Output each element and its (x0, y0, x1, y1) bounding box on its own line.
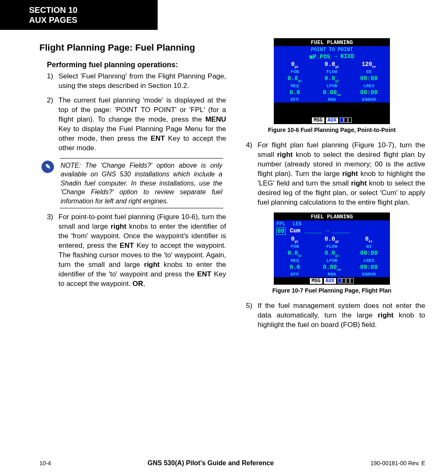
av2-title: FUEL PLANNING (297, 213, 367, 220)
step-body: For point-to-point fuel planning (Figure… (58, 212, 226, 289)
step-item: 5)If the fuel management system does not… (246, 301, 425, 330)
section-line2: AUX PAGES (29, 15, 149, 25)
step-item: 2)The current fuel planning 'mode' is di… (47, 96, 226, 153)
figure-10-6: FUEL PLANNING POINT TO POINT ▣P.POS → KI… (239, 38, 425, 133)
step-number: 3) (47, 212, 58, 289)
figure-10-7: FUEL PLANNING FPLLEG 00 Cum _____ → ____… (239, 212, 425, 294)
avionics-display-1: FUEL PLANNING POINT TO POINT ▣P.POS → KI… (274, 38, 390, 124)
figure-10-7-caption: Figure 10-7 Fuel Planning Page, Flight P… (239, 287, 425, 294)
footer-title: GNS 530(A) Pilot's Guide and Reference (148, 459, 274, 467)
doc-revision: 190-00181-00 Rev. E (370, 460, 425, 466)
step-body: If the fuel management system does not e… (258, 301, 425, 330)
step-number: 2) (47, 96, 58, 153)
step-item: 3)For point-to-point fuel planning (Figu… (47, 212, 226, 289)
step-number: 4) (246, 141, 258, 207)
step-5: 5)If the fuel management system does not… (246, 301, 425, 330)
msg-indicator: MSG (312, 117, 324, 123)
step-3: 3)For point-to-point fuel planning (Figu… (47, 212, 226, 289)
aux-indicator: AUX (324, 278, 336, 284)
right-column: FUEL PLANNING POINT TO POINT ▣P.POS → KI… (239, 38, 425, 335)
step-body: The current fuel planning 'mode' is disp… (58, 96, 226, 153)
figure-10-6-caption: Figure 10-6 Fuel Planning Page, Point-to… (239, 127, 425, 133)
av1-to: KIXD (341, 53, 355, 60)
step-body: Select 'Fuel Planning' from the Flight P… (58, 72, 226, 91)
av1-title: FUEL PLANNING (297, 39, 367, 46)
avionics-display-2: FUEL PLANNING FPLLEG 00 Cum _____ → ____… (274, 212, 390, 285)
arrow-icon: → (334, 53, 337, 60)
step-item: 1)Select 'Fuel Planning' from the Flight… (47, 72, 226, 91)
note-block: ✎ NOTE: The 'Change Fields?' option abov… (41, 158, 226, 209)
av1-mode: POINT TO POINT (274, 46, 390, 53)
step-number: 5) (246, 301, 258, 330)
msg-indicator: MSG (310, 278, 322, 284)
page-footer: 10-4 GNS 530(A) Pilot's Guide and Refere… (0, 459, 448, 467)
step-item: 4)For flight plan fuel planning (Figure … (246, 141, 425, 207)
subheading: Performing fuel planning operations: (47, 61, 226, 69)
page-number: 10-4 (39, 460, 51, 466)
section-header: SECTION 10 AUX PAGES (0, 0, 158, 30)
step-4: 4)For flight plan fuel planning (Figure … (246, 141, 425, 207)
left-column: Flight Planning Page: Fuel Planning Perf… (39, 38, 226, 335)
fpl-number: 00 (276, 227, 286, 235)
step-number: 1) (47, 72, 58, 91)
page-title: Flight Planning Page: Fuel Planning (39, 42, 226, 53)
aux-indicator: AUX (326, 117, 338, 123)
step-body: For flight plan fuel planning (Figure 10… (258, 141, 425, 207)
steps-list-left: 1)Select 'Fuel Planning' from the Flight… (47, 72, 226, 153)
note-icon: ✎ (41, 161, 54, 173)
av1-from: ▣P.POS (309, 53, 330, 60)
section-line1: SECTION 10 (29, 5, 149, 15)
note-text: NOTE: The 'Change Fields?' option above … (60, 158, 223, 209)
